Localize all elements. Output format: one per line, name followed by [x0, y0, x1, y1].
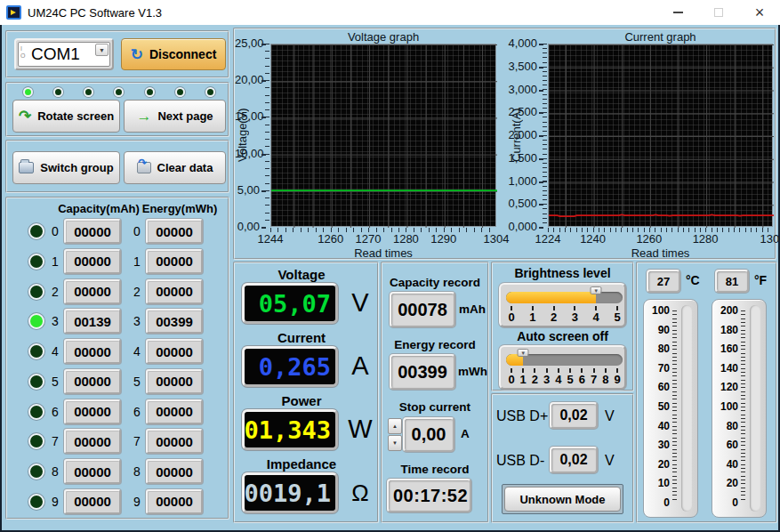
group-index: 2 [133, 285, 144, 299]
energy-value: 00000 [146, 219, 203, 244]
thermo-scale-label: 90 [646, 324, 670, 336]
group-index: 0 [52, 224, 62, 238]
voltage-display: 05,07 [242, 283, 338, 324]
capacity-value: 00000 [64, 489, 121, 514]
brightness-scale: 012345 [506, 310, 623, 325]
thermo-scale-label: 100 [646, 304, 670, 317]
group-active-led [28, 463, 44, 480]
stop-current-stepper: ▲ ▼ [388, 418, 402, 451]
slider-tick-label: 4 [593, 310, 599, 324]
slider-tick-label: 5 [567, 373, 573, 386]
capacity-value: 00139 [64, 309, 121, 334]
x-tick-label: 1260 [318, 232, 343, 246]
mode-button-frame: Unknown Mode [502, 484, 623, 514]
x-tick-label: 1290 [430, 232, 456, 246]
celsius-scale: 1009080706050403020100 [643, 299, 698, 518]
group-index: 9 [133, 495, 144, 509]
energy-record-label: Energy record [382, 338, 487, 351]
y-tick-label: 25,00 [235, 36, 260, 50]
screen-settings-group: Brightness level ▼ 012345 Auto screen of… [491, 262, 634, 391]
auto-screen-off-label: Auto screen off [493, 329, 632, 343]
stepper-up-button[interactable]: ▲ [388, 418, 402, 434]
mode-button[interactable]: Unknown Mode [504, 487, 621, 512]
impedance-unit: Ω [343, 480, 377, 507]
group-actions: Switch group Clear data [5, 140, 229, 193]
usb-dplus-unit: V [605, 408, 615, 424]
disconnect-button[interactable]: ↻ Disconnect [121, 38, 226, 70]
current-chart: Current graph Current(A) Read times 0,00… [498, 29, 773, 256]
fahrenheit-ticks [741, 310, 745, 503]
clear-data-button[interactable]: Clear data [124, 151, 226, 184]
stepper-down-button[interactable]: ▼ [388, 435, 402, 451]
y-tick-label: 1,000 [498, 174, 537, 188]
voltage-unit: V [343, 288, 377, 318]
rotate-label: Rotate screen [37, 109, 114, 123]
fahrenheit-scale: 200180160140120100806040200 [712, 299, 767, 518]
switch-group-label: Switch group [40, 161, 113, 174]
energy-value: 00000 [146, 429, 203, 454]
stop-current-label: Stop current [382, 400, 487, 414]
records-group: Capacity record 00078 mAh Energy record … [381, 262, 489, 523]
x-tick-label: 1240 [580, 232, 606, 246]
capacity-value: 00000 [64, 429, 121, 454]
voltage-chart-title: Voltage graph [270, 30, 496, 44]
celsius-thermometer: 27 °C 1009080706050403020100 [641, 263, 704, 521]
auto-screen-off-track[interactable]: ▼ [506, 354, 623, 366]
slider-tick-label: 2 [532, 373, 538, 386]
y-minor-ticks [265, 44, 269, 227]
page-led [114, 87, 124, 97]
group-index: 7 [52, 434, 62, 448]
window-border [0, 25, 2, 532]
group-index: 4 [133, 344, 144, 359]
thermo-scale-label: 40 [714, 458, 738, 471]
current-label: Current [235, 330, 368, 345]
thermo-scale-label: 20 [646, 458, 670, 471]
brightness-track[interactable]: ▼ [506, 292, 623, 303]
thermo-scale-label: 30 [646, 439, 670, 451]
current-plot-area [548, 44, 773, 227]
brightness-thumb[interactable]: ▼ [591, 286, 602, 294]
x-minor-ticks [270, 228, 496, 232]
com-port-combo[interactable]: IO COM1 ▼ [14, 38, 114, 70]
slider-tick-label: 7 [591, 373, 597, 386]
celsius-ticks [672, 310, 677, 503]
group-active-led [28, 223, 44, 239]
x-tick-label: 1224 [535, 232, 561, 246]
auto-screen-off-thumb[interactable]: ▼ [518, 349, 529, 357]
y-tick-label: 0,000 [498, 220, 537, 233]
voltage-y-axis-label: Voltage(V) [235, 44, 249, 227]
group-index: 6 [133, 405, 144, 419]
capacity-record-display: 00078 [390, 292, 455, 327]
group-index: 5 [133, 375, 144, 389]
thermo-scale-label: 0 [646, 496, 670, 509]
groups-table: Capacity(mAh) Energy(mWh) 00000000000010… [5, 197, 229, 520]
slider-tick-label: 2 [551, 310, 557, 324]
switch-group-button[interactable]: Switch group [12, 151, 120, 184]
group-index: 8 [52, 464, 62, 479]
group-index: 7 [133, 434, 144, 448]
slider-tick-label: 1 [520, 373, 527, 386]
fahrenheit-mercury [750, 425, 760, 512]
group-row: 700000700000 [7, 428, 228, 455]
stop-current-field[interactable]: 0,00 [403, 417, 454, 452]
page-led [175, 87, 185, 97]
brightness-slider: ▼ 012345 [499, 283, 626, 327]
voltage-plot-area [270, 44, 496, 227]
com-port-field[interactable]: IO COM1 ▼ [18, 42, 110, 67]
minimize-button[interactable] [657, 0, 698, 25]
next-page-button[interactable]: → Next page [124, 100, 226, 133]
window-controls: × [657, 0, 780, 25]
current-display: 0,265 [242, 346, 338, 387]
capacity-value: 00000 [64, 249, 121, 274]
group-active-led [28, 284, 44, 300]
rotate-screen-button[interactable]: ↷ Rotate screen [12, 100, 120, 133]
current-chart-title: Current graph [548, 30, 773, 44]
com-dropdown-button[interactable]: ▼ [95, 44, 109, 56]
x-tick-label: 1304 [760, 232, 780, 246]
capacity-record-unit: mAh [459, 302, 486, 316]
slider-tick-label: 8 [602, 373, 608, 386]
close-button[interactable]: × [739, 0, 780, 25]
energy-value: 00000 [146, 279, 203, 304]
maximize-button[interactable] [698, 0, 739, 25]
group-active-led [28, 374, 44, 390]
